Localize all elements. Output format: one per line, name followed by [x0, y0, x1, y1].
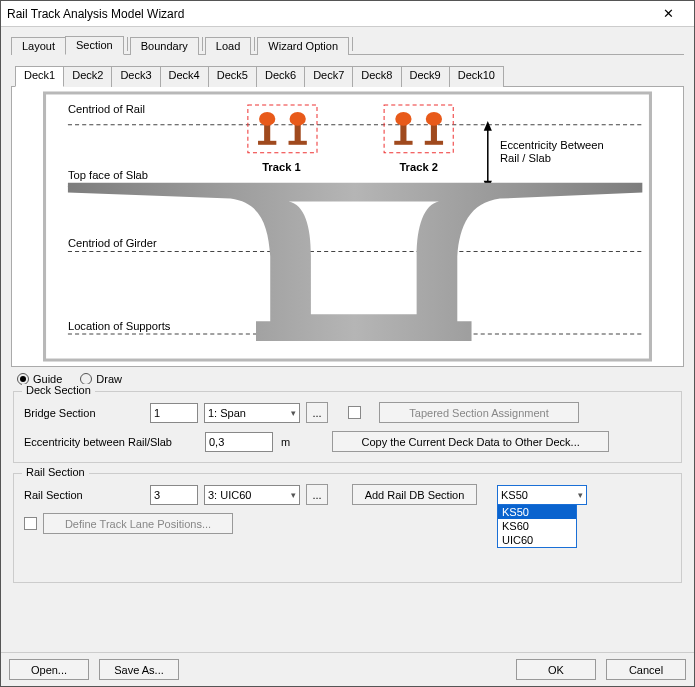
tab-separator — [254, 37, 255, 51]
svg-point-22 — [426, 112, 442, 126]
open-button[interactable]: Open... — [9, 659, 89, 680]
deck-tabs: Deck1 Deck2 Deck3 Deck4 Deck5 Deck6 Deck… — [11, 65, 684, 87]
save-as-button[interactable]: Save As... — [99, 659, 179, 680]
label-centriod-rail: Centriod of Rail — [68, 103, 145, 115]
mode-radio-row: Guide Draw — [11, 367, 684, 389]
titlebar: Rail Track Analysis Model Wizard ✕ — [1, 1, 694, 27]
chevron-down-icon: ▾ — [291, 490, 296, 500]
window-title: Rail Track Analysis Model Wizard — [7, 7, 648, 21]
svg-rect-12 — [264, 125, 270, 143]
label-track2: Track 2 — [399, 161, 438, 173]
tab-deck6[interactable]: Deck6 — [256, 66, 305, 87]
unit-label: m — [281, 436, 290, 448]
bridge-section-browse-button[interactable]: ... — [306, 402, 328, 423]
dialog-body: Layout Section Boundary Load Wizard Opti… — [1, 27, 694, 652]
rail-db-combo[interactable]: KS50 ▾ — [497, 485, 587, 505]
tab-separator — [202, 37, 203, 51]
dropdown-option[interactable]: UIC60 — [498, 533, 576, 547]
label-rail-section: Rail Section — [24, 489, 144, 501]
rail-section-group: Rail Section Rail Section 3: UIC60 ▾ ...… — [13, 473, 682, 583]
label-eccentricity: Eccentricity between Rail/Slab — [24, 436, 199, 448]
copy-deck-data-button[interactable]: Copy the Current Deck Data to Other Deck… — [332, 431, 609, 452]
cross-section-diagram: Centriod of Rail Top face of Slab Centri… — [11, 87, 684, 367]
eccentricity-input[interactable] — [205, 432, 273, 452]
group-title: Deck Section — [22, 384, 95, 396]
label-top-face-slab: Top face of Slab — [68, 169, 148, 181]
rail-db-combo-wrap: KS50 ▾ KS50 KS60 UIC60 — [497, 485, 587, 505]
define-lane-checkbox[interactable] — [24, 517, 37, 530]
svg-rect-18 — [400, 125, 406, 143]
tab-boundary[interactable]: Boundary — [130, 37, 199, 55]
dropdown-option[interactable]: KS50 — [498, 505, 576, 519]
tab-section[interactable]: Section — [65, 36, 124, 55]
define-track-lane-button[interactable]: Define Track Lane Positions... — [43, 513, 233, 534]
tab-separator — [352, 37, 353, 51]
tapered-assignment-button[interactable]: Tapered Section Assignment — [379, 402, 579, 423]
svg-point-19 — [395, 112, 411, 126]
ok-button[interactable]: OK — [516, 659, 596, 680]
chevron-down-icon: ▾ — [578, 490, 583, 500]
label-location-supports: Location of Supports — [68, 320, 171, 332]
dropdown-option[interactable]: KS60 — [498, 519, 576, 533]
rail-section-combo[interactable]: 3: UIC60 ▾ — [204, 485, 300, 505]
label-bridge-section: Bridge Section — [24, 407, 144, 419]
dialog-footer: Open... Save As... OK Cancel — [1, 652, 694, 686]
group-title: Rail Section — [22, 466, 89, 478]
bridge-section-combo[interactable]: 1: Span ▾ — [204, 403, 300, 423]
tab-deck7[interactable]: Deck7 — [304, 66, 353, 87]
close-icon[interactable]: ✕ — [648, 4, 688, 24]
svg-point-13 — [259, 112, 275, 126]
tab-deck10[interactable]: Deck10 — [449, 66, 504, 87]
rail-section-number-input[interactable] — [150, 485, 198, 505]
label-track1: Track 1 — [262, 161, 301, 173]
main-tabs: Layout Section Boundary Load Wizard Opti… — [11, 33, 684, 55]
svg-rect-21 — [431, 125, 437, 143]
deck-section-group: Deck Section Bridge Section 1: Span ▾ ..… — [13, 391, 682, 463]
tapered-checkbox[interactable] — [348, 406, 361, 419]
tab-deck4[interactable]: Deck4 — [160, 66, 209, 87]
bridge-section-number-input[interactable] — [150, 403, 198, 423]
tab-load[interactable]: Load — [205, 37, 251, 55]
tab-deck5[interactable]: Deck5 — [208, 66, 257, 87]
tab-deck2[interactable]: Deck2 — [63, 66, 112, 87]
tab-layout[interactable]: Layout — [11, 37, 66, 55]
rail-db-dropdown-list: KS50 KS60 UIC60 — [497, 504, 577, 548]
rail-section-browse-button[interactable]: ... — [306, 484, 328, 505]
tab-separator — [127, 37, 128, 51]
chevron-down-icon: ▾ — [291, 408, 296, 418]
tab-deck8[interactable]: Deck8 — [352, 66, 401, 87]
tab-deck3[interactable]: Deck3 — [111, 66, 160, 87]
wizard-window: Rail Track Analysis Model Wizard ✕ Layou… — [0, 0, 695, 687]
svg-rect-15 — [295, 125, 301, 143]
label-centriod-girder: Centriod of Girder — [68, 238, 157, 250]
add-rail-db-section-button[interactable]: Add Rail DB Section — [352, 484, 477, 505]
tab-deck9[interactable]: Deck9 — [401, 66, 450, 87]
svg-point-16 — [290, 112, 306, 126]
tab-wizard-option[interactable]: Wizard Option — [257, 37, 349, 55]
tab-deck1[interactable]: Deck1 — [15, 66, 64, 87]
cancel-button[interactable]: Cancel — [606, 659, 686, 680]
